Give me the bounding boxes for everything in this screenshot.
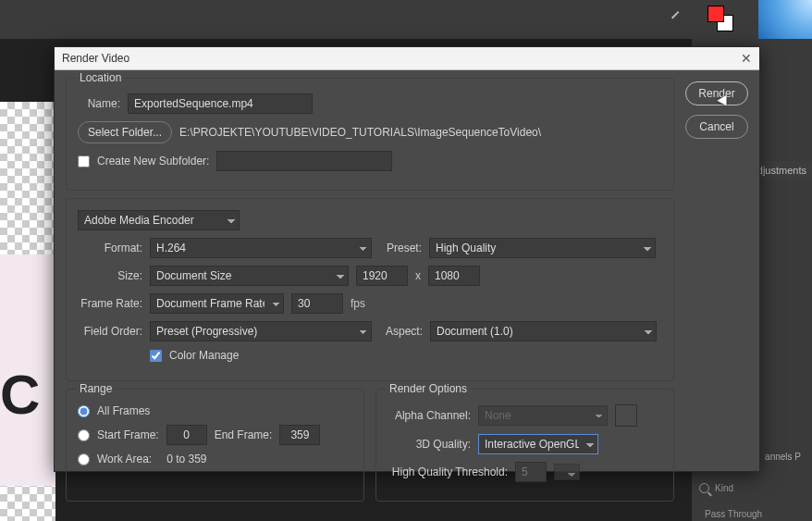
field-order-label: Field Order:	[78, 325, 142, 338]
range-group: Range All Frames Start Frame: End Frame:	[66, 389, 364, 502]
aspect-label: Aspect:	[379, 325, 423, 338]
format-select[interactable]: H.264	[150, 238, 372, 258]
width-field[interactable]	[356, 266, 408, 286]
height-field[interactable]	[428, 266, 480, 286]
channels-panel-tab[interactable]: annels P	[765, 452, 801, 462]
alpha-channel-label: Alpha Channel:	[388, 409, 471, 422]
layers-kind-filter[interactable]: Kind	[699, 483, 733, 493]
fps-label: fps	[351, 297, 365, 310]
name-label: Name:	[78, 97, 120, 110]
render-options-legend: Render Options	[386, 382, 471, 395]
preset-select[interactable]: High Quality	[429, 238, 656, 258]
all-frames-label: All Frames	[97, 404, 150, 417]
color-manage-checkbox[interactable]	[150, 350, 162, 362]
size-mode-select[interactable]: Document Size	[150, 266, 349, 286]
blend-mode-value[interactable]: Pass Through	[705, 509, 762, 519]
hq-threshold-label: High Quality Threshold:	[388, 465, 508, 478]
dimension-x: x	[415, 269, 421, 282]
render-button[interactable]: Render	[685, 81, 748, 105]
frame-rate-field[interactable]	[291, 293, 343, 314]
3d-quality-select[interactable]: Interactive OpenGL	[478, 434, 598, 454]
work-area-radio[interactable]	[78, 453, 90, 465]
render-options-group: Render Options Alpha Channel: None 3D Qu…	[375, 389, 674, 502]
dialog-title: Render Video	[62, 52, 129, 65]
create-subfolder-label: Create New Subfolder:	[97, 155, 209, 167]
size-label: Size:	[78, 269, 142, 282]
format-label: Format:	[78, 242, 142, 254]
aspect-select[interactable]: Document (1.0)	[430, 321, 657, 341]
start-frame-radio[interactable]	[78, 429, 90, 441]
render-video-dialog: Render Video ✕ Location Name: Select Fol…	[54, 46, 760, 472]
frame-rate-mode-select[interactable]: Document Frame Rate	[150, 293, 284, 314]
work-area-label: Work Area:	[97, 453, 152, 465]
start-frame-label: Start Frame:	[97, 428, 159, 441]
search-icon	[699, 483, 709, 493]
folder-path: E:\PROJEKTE\YOUTUBE\VIDEO_TUTORIALS\Imag…	[179, 126, 541, 139]
encoder-engine-select[interactable]: Adobe Media Encoder	[78, 210, 240, 230]
kind-label: Kind	[715, 483, 733, 493]
range-legend: Range	[76, 382, 116, 395]
hq-threshold-field	[515, 462, 547, 482]
frame-rate-label: Frame Rate:	[78, 297, 142, 310]
color-manage-label: Color Manage	[169, 349, 239, 362]
work-area-range: 0 to 359	[166, 453, 206, 465]
alpha-channel-select: None	[478, 405, 608, 426]
hq-threshold-unit	[554, 464, 580, 480]
canvas-artwork-letter: C	[0, 363, 40, 427]
location-group: Location Name: Select Folder... E:\PROJE…	[66, 78, 674, 191]
start-frame-field[interactable]	[166, 425, 207, 445]
end-frame-field[interactable]	[279, 425, 320, 445]
3d-quality-label: 3D Quality:	[388, 438, 471, 451]
location-legend: Location	[76, 71, 125, 84]
encoder-group: Adobe Media Encoder Format: H.264 Preset…	[66, 198, 674, 381]
dialog-titlebar: Render Video ✕	[55, 47, 759, 70]
end-frame-label: End Frame:	[215, 428, 273, 441]
subfolder-name-field[interactable]	[216, 151, 392, 171]
app-toolbar	[0, 0, 812, 39]
alpha-matte-swatch	[615, 404, 637, 427]
cancel-button[interactable]: Cancel	[685, 115, 748, 139]
name-field[interactable]	[128, 93, 313, 114]
close-icon[interactable]: ✕	[741, 51, 752, 66]
field-order-select[interactable]: Preset (Progressive)	[150, 321, 372, 341]
preset-label: Preset:	[379, 242, 422, 254]
select-folder-button[interactable]: Select Folder...	[78, 121, 172, 143]
all-frames-radio[interactable]	[78, 405, 90, 417]
create-subfolder-checkbox[interactable]	[78, 155, 90, 167]
color-picker-preview	[758, 0, 812, 39]
foreground-color-swatch[interactable]	[707, 6, 724, 22]
